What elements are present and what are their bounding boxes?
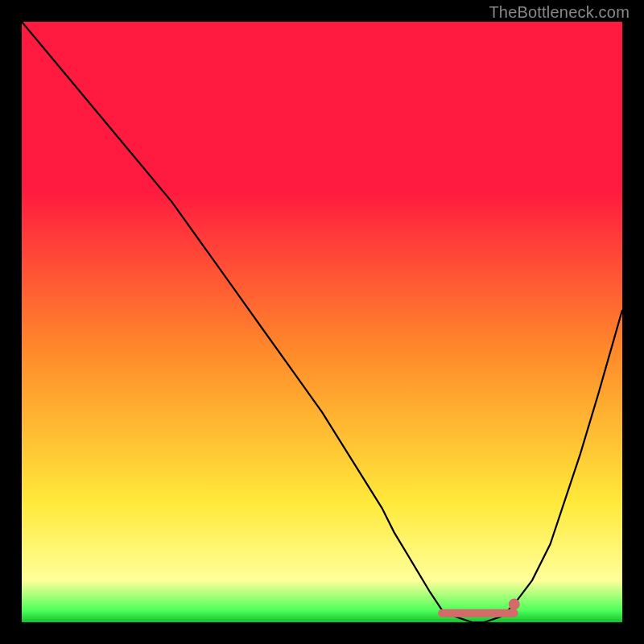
curve-layer: [22, 22, 622, 622]
watermark-text: TheBottleneck.com: [489, 3, 630, 22]
optimal-point-marker: [509, 599, 520, 610]
bottleneck-curve: [22, 22, 622, 622]
plot-area: [22, 22, 622, 622]
chart-frame: TheBottleneck.com: [0, 0, 644, 644]
